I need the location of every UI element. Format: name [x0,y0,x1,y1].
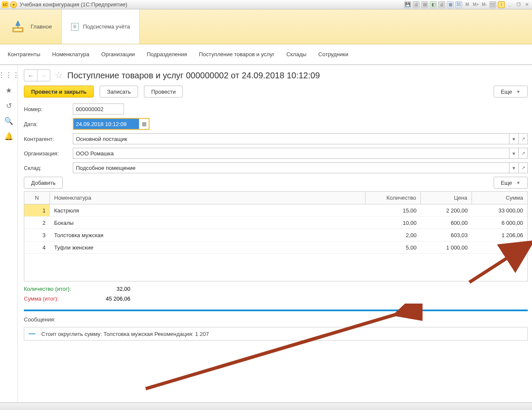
grid-row[interactable]: 1 Кастрюля 15,00 2 200,00 33 000,00 [24,204,527,217]
cell-nom: Кастрюля [50,204,365,216]
nav-home[interactable]: Главное [0,9,62,44]
number-label: Номер: [24,106,73,112]
print-icon[interactable]: 🖨 [413,1,420,8]
write-button[interactable]: Записать [100,86,138,97]
compare-icon[interactable]: ◧ [430,1,437,8]
post-button[interactable]: Провести [144,86,183,97]
subsystem-icon: lil [71,23,79,31]
chevron-down-icon: ▼ [516,181,520,185]
messages-header: Сообщения: [24,316,528,323]
warehouse-dropdown-icon[interactable]: ▾ [509,162,518,173]
maximize-icon[interactable]: ❐ [515,1,522,8]
minimize-icon[interactable]: _ [506,1,513,8]
total-sum-label: Сумма (итог): [24,295,92,302]
more-button[interactable]: Еще▼ [494,86,528,97]
subnav-employees[interactable]: Сотрудники [318,51,348,57]
subnav-departments[interactable]: Подразделения [147,51,187,57]
cell-qty: 10,00 [365,217,421,229]
col-price[interactable]: Цена [421,192,472,204]
contragent-input[interactable]: Основной постащик [73,133,509,144]
number-input[interactable] [73,103,124,115]
cell-price: 1 000,00 [421,241,472,253]
window-titlebar: 1C ▾ Учебная конфигурация (1С:Предприяти… [0,0,532,9]
subnav-contragents[interactable]: Контрагенты [8,51,40,57]
panels-icon[interactable]: ▯▯ [489,1,496,8]
m-icon[interactable]: M [464,1,471,8]
nav-subsystem[interactable]: lil Подсистема учёта [62,9,140,44]
m-minus-icon[interactable]: M- [481,1,488,8]
forward-button[interactable]: → [37,70,50,81]
calendar-icon[interactable]: 31 [455,1,462,8]
cell-nom: Толстовка мужская [50,229,365,241]
print2-icon[interactable]: 🖨 [438,1,445,8]
field-organization: Организация: ООО Ромашка ▾ ↗ [24,148,532,159]
subnav-organizations[interactable]: Организации [101,51,135,57]
message-item[interactable]: — Стоит округлить сумму: Толстовка мужск… [24,327,528,341]
grid-header: N Номенклатура Количество Цена Сумма [24,192,527,204]
main-nav: Главное lil Подсистема учёта [0,9,532,44]
action-row: Провести и закрыть Записать Провести Еще… [24,86,532,97]
subnav-nomenclature[interactable]: Номенклатура [52,51,89,57]
cell-qty: 5,00 [365,241,421,253]
date-input-wrap: ▦ [73,118,150,130]
close-icon[interactable]: ✕ [523,1,530,8]
calendar-picker-icon[interactable]: ▦ [139,119,149,129]
subnav-receipts[interactable]: Поступление товаров и услуг [199,51,274,57]
cell-sum: 1 206,06 [472,229,527,241]
nav-home-label: Главное [31,23,52,30]
col-quantity[interactable]: Количество [365,192,421,204]
table-actions: Добавить Еще▼ [24,177,532,189]
grid-row[interactable]: 3 Толстовка мужская 2,00 603,03 1 206,06 [24,229,527,241]
field-number: Номер: [24,103,532,115]
total-qty-value: 32,00 [92,286,130,292]
col-n[interactable]: N [24,192,50,204]
organization-dropdown-icon[interactable]: ▾ [509,148,518,159]
table-more-button[interactable]: Еще▼ [494,177,528,189]
cell-nom: Бокалы [50,217,365,229]
grid-row[interactable]: 2 Бокалы 10,00 600,00 6 000,00 [24,217,527,229]
contragent-open-icon[interactable]: ↗ [518,133,528,144]
subnav-warehouses[interactable]: Склады [286,51,306,57]
contragent-dropdown-icon[interactable]: ▾ [509,133,518,144]
notifications-icon[interactable]: 🔔 [5,132,13,140]
date-label: Дата: [24,121,73,127]
back-button[interactable]: ← [24,70,37,81]
save-icon[interactable]: 💾 [404,1,411,8]
nav-subsystem-label: Подсистема учёта [83,23,130,30]
organization-open-icon[interactable]: ↗ [518,148,528,159]
add-button[interactable]: Добавить [24,177,63,189]
warehouse-input[interactable]: Подсобное помещение [73,162,509,173]
organization-label: Организация: [24,150,73,157]
window-title: Учебная конфигурация (1С:Предприятие) [20,1,127,8]
help-icon[interactable]: i [498,1,505,8]
star-icon[interactable]: ☆ [55,70,63,81]
app-logo-icon: 1C [2,1,9,8]
history-icon[interactable]: ↺ [5,102,13,109]
chevron-down-icon: ▼ [516,89,520,94]
cell-n: 3 [24,229,50,241]
calculator-icon[interactable]: ▦ [447,1,454,8]
messages: Сообщения: — Стоит округлить сумму: Толс… [24,316,528,341]
date-input[interactable] [74,119,139,129]
grid-row[interactable]: 4 Туфли женские 5,00 1 000,00 5 000,00 [24,241,527,254]
document-icon[interactable]: ▤ [421,1,428,8]
col-nomenclature[interactable]: Номенклатура [50,192,365,204]
home-icon [9,18,26,35]
app-dropdown-icon[interactable]: ▾ [10,1,17,8]
message-icon: — [29,330,35,338]
warehouse-open-icon[interactable]: ↗ [518,162,528,173]
nav-buttons: ← → [24,69,50,81]
total-qty-label: Количество (итог): [24,286,92,292]
organization-input[interactable]: ООО Ромашка [73,148,509,159]
cell-price: 2 200,00 [421,204,472,216]
field-contragent: Контрагент: Основной постащик ▾ ↗ [24,133,532,144]
search-icon[interactable]: 🔍 [5,117,13,125]
m-plus-icon[interactable]: M+ [472,1,479,8]
favorite-icon[interactable]: ★ [5,86,13,94]
col-sum[interactable]: Сумма [472,192,527,204]
side-toolbar: ⋮⋮⋮ ★ ↺ 🔍 🔔 [0,65,18,402]
post-close-button[interactable]: Провести и закрыть [24,86,94,97]
cell-sum: 33 000,00 [472,204,527,216]
total-sum-row: Сумма (итог): 45 206,06 [24,295,528,302]
menu-icon[interactable]: ⋮⋮⋮ [5,71,13,79]
